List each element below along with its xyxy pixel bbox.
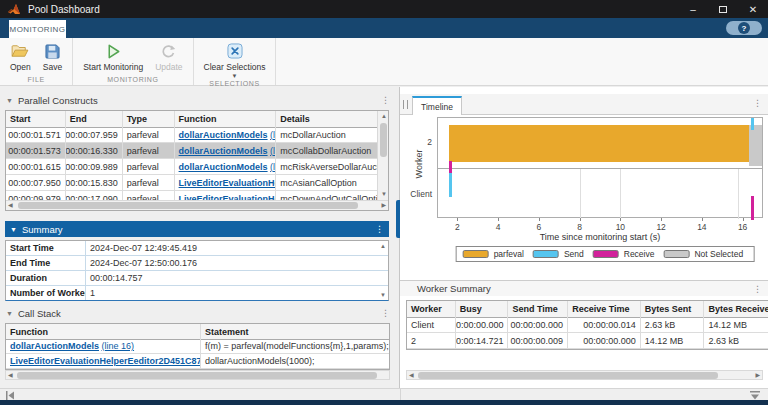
function-link[interactable]: LiveEditorEvaluationHelpe... xyxy=(179,178,277,188)
tab-timeline[interactable]: Timeline xyxy=(412,96,462,115)
table-row[interactable]: 00:00:07.950 00:00:15.830 parfeval LiveE… xyxy=(6,175,377,191)
timeline-event-not_selected_band[interactable] xyxy=(749,125,762,166)
horizontal-scrollbar[interactable]: ◀ ▶ xyxy=(406,370,763,380)
function-link[interactable]: dollarAuctionModels xyxy=(179,162,268,172)
summary-row[interactable]: Number of Workers 1 xyxy=(6,286,388,301)
x-tick-mark xyxy=(661,218,662,221)
call-stack-row[interactable]: LiveEditorEvaluationHelperEeditor2D451C8… xyxy=(6,354,389,369)
collapse-icon[interactable]: ▼ xyxy=(6,97,13,104)
start-monitoring-button[interactable]: Start Monitoring xyxy=(77,38,149,75)
update-button[interactable]: Update xyxy=(149,38,188,75)
worker-row-separator xyxy=(438,168,762,169)
x-tick-mark xyxy=(620,218,621,221)
x-tick-label: 16 xyxy=(738,222,747,232)
worker-summary-row[interactable]: 2 00:00:14.721 00:00:00.009 00:00:00.000… xyxy=(407,333,768,349)
scroll-right-icon[interactable]: ▶ xyxy=(381,201,386,210)
x-tick-label: 10 xyxy=(616,222,625,232)
timeline-event-send[interactable] xyxy=(449,173,452,197)
toolstrip-ribbon: Open Save FILE Start Monitoring xyxy=(0,38,768,86)
clear-selections-button[interactable]: Clear Selections ▼ xyxy=(198,38,272,79)
panel-grip-icon[interactable] xyxy=(403,100,408,109)
function-link[interactable]: LiveEditorEvaluationHelperEeditor2D451C8… xyxy=(10,356,201,366)
function-link[interactable]: dollarAuctionModels xyxy=(10,341,99,351)
worker-summary-row[interactable]: Client 00:00:00.000 00:00:00.000 00:00:0… xyxy=(407,317,768,333)
summary-row[interactable]: Duration 00:00:14.757 xyxy=(6,271,388,286)
scroll-down-icon[interactable]: ▼ xyxy=(380,292,386,298)
line-link[interactable]: (line 16) xyxy=(102,341,135,351)
horizontal-scrollbar[interactable]: ◀ xyxy=(5,370,390,380)
collapse-icon[interactable]: ▼ xyxy=(6,310,13,317)
scroll-up-icon[interactable]: ▲ xyxy=(380,243,386,249)
table-header-row: Worker Busy Send Time Receive Time Bytes… xyxy=(407,301,768,317)
timeline-event-send[interactable] xyxy=(751,118,754,130)
toolstrip-tabbar: MONITORING ? xyxy=(0,18,768,38)
summary-table: Start Time 2024-Dec-07 12:49:45.419 End … xyxy=(5,240,389,301)
summary-row[interactable]: End Time 2024-Dec-07 12:50:00.176 xyxy=(6,256,388,271)
maximize-icon xyxy=(719,6,727,13)
save-button[interactable]: Save xyxy=(37,38,68,75)
kebab-menu-icon[interactable]: ⋮ xyxy=(375,224,384,234)
y-axis-label: Worker xyxy=(414,144,424,184)
horizontal-scrollbar[interactable]: ◀ ▶ xyxy=(6,200,388,210)
help-button[interactable]: ? xyxy=(726,21,762,35)
scroll-left-icon[interactable]: ◀ xyxy=(8,201,13,210)
refresh-icon xyxy=(161,42,176,60)
function-link[interactable]: dollarAuctionModels xyxy=(179,146,268,156)
summary-row[interactable]: Start Time 2024-Dec-07 12:49:45.419 xyxy=(6,241,388,256)
play-icon xyxy=(105,42,122,60)
x-tick-mark xyxy=(702,218,703,221)
call-stack-header: ▼ Call Stack ⋮ xyxy=(6,305,390,321)
close-button[interactable]: ✕ xyxy=(738,0,768,18)
table-row-selected[interactable]: 00:00:01.573 00:00:16.330 parfeval dolla… xyxy=(6,143,377,159)
group-caption-selections: SELECTIONS xyxy=(198,79,272,89)
collapse-icon[interactable]: ▼ xyxy=(10,226,17,233)
table-row[interactable]: 00:00:01.615 00:00:09.989 parfeval dolla… xyxy=(6,159,377,175)
kebab-menu-icon[interactable]: ⋮ xyxy=(753,98,762,108)
window-bottom-edge xyxy=(0,400,768,405)
group-caption-file: FILE xyxy=(4,75,68,85)
x-tick-mark xyxy=(580,218,581,221)
timeline-event-parfeval[interactable] xyxy=(449,125,749,162)
kebab-menu-icon[interactable]: ⋮ xyxy=(381,308,390,318)
x-axis-label: Time since monitoring start (s) xyxy=(437,232,763,242)
x-tick-mark xyxy=(743,218,744,221)
x-tick-label: 4 xyxy=(496,222,501,232)
y-category-worker2: 2 xyxy=(404,137,432,147)
vertical-scrollbar[interactable]: ▲ ▼ xyxy=(377,111,388,200)
group-caption-monitoring: MONITORING xyxy=(77,75,188,85)
timeline-event-not_selected_line[interactable] xyxy=(620,169,621,219)
scroll-down-icon[interactable]: ▼ xyxy=(381,190,387,199)
call-stack-row[interactable]: dollarAuctionModels (line 16) f(m) = par… xyxy=(6,339,389,354)
titlebar: Pool Dashboard – ✕ xyxy=(0,0,768,18)
kebab-menu-icon[interactable]: ⋮ xyxy=(381,95,390,105)
maximize-button[interactable] xyxy=(708,0,738,18)
statusbar xyxy=(0,388,768,400)
timeline-legend: parfeval Send Receive Not Selected xyxy=(456,246,755,262)
minimize-button[interactable]: – xyxy=(678,0,708,18)
scroll-left-icon[interactable]: ◀ xyxy=(8,371,13,380)
function-link[interactable]: dollarAuctionModels xyxy=(179,130,268,140)
dock-left-icon[interactable] xyxy=(5,391,15,400)
parallel-constructs-table: Start End Type Function Details 00:00:01… xyxy=(5,110,389,211)
tab-monitoring[interactable]: MONITORING xyxy=(9,20,66,38)
ribbon-group-monitoring: Start Monitoring Update MONITORING xyxy=(73,38,193,85)
open-button[interactable]: Open xyxy=(4,38,37,75)
scroll-right-icon[interactable]: ▶ xyxy=(755,371,760,380)
summary-header: ▼ Summary ⋮ xyxy=(5,221,389,237)
x-tick-label: 6 xyxy=(537,222,542,232)
clear-selections-icon xyxy=(227,42,243,60)
window-title: Pool Dashboard xyxy=(28,4,100,15)
table-row-clipped[interactable]: 00:00:09.979 00:00:17.090 parfeval LiveE… xyxy=(6,191,377,200)
scroll-up-icon[interactable]: ▲ xyxy=(381,112,387,121)
collapse-bottom-icon[interactable] xyxy=(750,391,760,400)
timeline-event-not_selected_line[interactable] xyxy=(738,169,739,219)
timeline-event-receive[interactable] xyxy=(751,196,754,220)
table-row[interactable]: 00:00:01.571 00:00:07.959 parfeval dolla… xyxy=(6,127,377,143)
kebab-menu-icon[interactable]: ⋮ xyxy=(753,284,762,294)
timeline-event-not_selected_line[interactable] xyxy=(580,169,581,219)
legend-swatch-receive xyxy=(593,250,619,258)
scroll-left-icon[interactable]: ◀ xyxy=(409,371,414,380)
timeline-plot[interactable] xyxy=(437,117,763,218)
x-tick-mark xyxy=(498,218,499,221)
x-tick-label: 8 xyxy=(577,222,582,232)
